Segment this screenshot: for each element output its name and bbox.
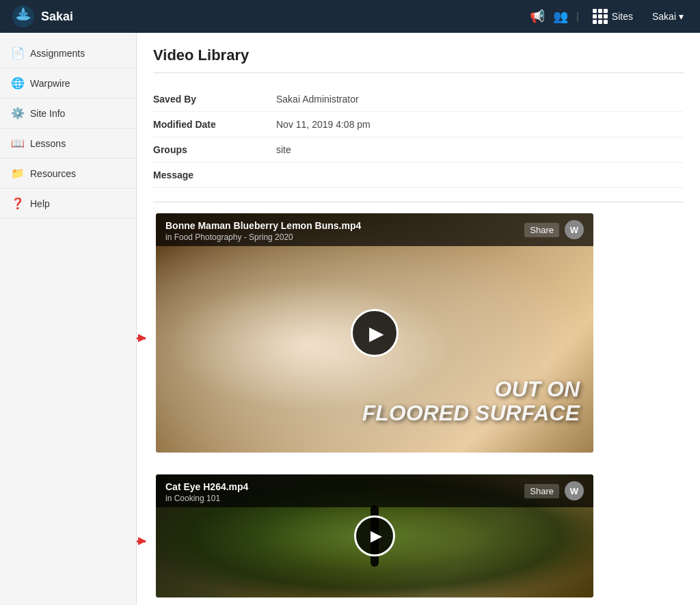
resources-icon: 📁 bbox=[11, 167, 23, 180]
sidebar-item-site-info[interactable]: ⚙️ Site Info bbox=[0, 98, 136, 129]
video-2-play-button[interactable]: ▶ bbox=[354, 515, 395, 556]
assignments-icon: 📄 bbox=[11, 46, 23, 59]
arrowhead-1 bbox=[138, 334, 146, 342]
play-icon-1: ▶ bbox=[369, 322, 384, 345]
video-library: Bonne Maman Blueberry Lemon Buns.mp4 in … bbox=[153, 213, 684, 605]
video-1-thumbnail[interactable]: OUT ON FLOORED SURFACE ▶ bbox=[156, 213, 593, 453]
sidebar-item-warpwire[interactable]: 🌐 Warpwire bbox=[0, 68, 136, 98]
flour-text-overlay: OUT ON FLOORED SURFACE bbox=[362, 377, 580, 425]
message-row: Message bbox=[153, 163, 684, 188]
sakai-logo[interactable]: Sakai bbox=[11, 4, 73, 29]
nav-divider: | bbox=[576, 11, 579, 22]
help-icon: ❓ bbox=[11, 197, 23, 210]
arrow-annotation-2 bbox=[137, 541, 146, 543]
video-1-title-block: Bonne Maman Blueberry Lemon Buns.mp4 in … bbox=[165, 220, 361, 242]
top-nav-right: 📢 👥 | Sites Sakai ▾ bbox=[530, 6, 689, 27]
video-1-actions: Share W bbox=[524, 220, 584, 239]
video-1-badge: W bbox=[565, 220, 584, 239]
user-menu-button[interactable]: Sakai ▾ bbox=[647, 8, 689, 25]
video-1-share-button[interactable]: Share bbox=[524, 223, 559, 237]
arrow-line-2 bbox=[137, 541, 146, 543]
megaphone-icon[interactable]: 📢 bbox=[530, 9, 545, 24]
saved-by-label: Saved By bbox=[153, 87, 276, 112]
groups-value: site bbox=[276, 137, 684, 163]
sidebar: 📄 Assignments 🌐 Warpwire ⚙️ Site Info 📖 … bbox=[0, 33, 137, 605]
top-navigation: Sakai 📢 👥 | Sites Sakai ▾ bbox=[0, 0, 700, 33]
arrowhead-2 bbox=[138, 537, 146, 546]
sites-button[interactable]: Sites bbox=[587, 6, 638, 27]
modified-date-label: Modified Date bbox=[153, 112, 276, 137]
main-layout: 📄 Assignments 🌐 Warpwire ⚙️ Site Info 📖 … bbox=[0, 33, 700, 605]
video-card-2[interactable]: Cat Eye H264.mp4 in Cooking 101 Share W bbox=[156, 474, 593, 597]
video-2-title-block: Cat Eye H264.mp4 in Cooking 101 bbox=[165, 481, 248, 503]
sidebar-item-resources[interactable]: 📁 Resources bbox=[0, 159, 136, 189]
grid-icon bbox=[593, 9, 608, 24]
site-info-icon: ⚙️ bbox=[11, 107, 23, 120]
content-area: Video Library Saved By Sakai Administrat… bbox=[137, 33, 700, 605]
video-2-subtitle: in Cooking 101 bbox=[165, 494, 248, 503]
play-icon-2: ▶ bbox=[371, 527, 382, 545]
video-1-subtitle: in Food Photography - Spring 2020 bbox=[165, 232, 361, 242]
video-1-header: Bonne Maman Blueberry Lemon Buns.mp4 in … bbox=[156, 213, 593, 246]
video-2-header: Cat Eye H264.mp4 in Cooking 101 Share W bbox=[156, 474, 593, 507]
warpwire-icon: 🌐 bbox=[11, 77, 23, 90]
groups-row: Groups site bbox=[153, 137, 684, 163]
modified-date-row: Modified Date Nov 11, 2019 4:08 pm bbox=[153, 112, 684, 137]
saved-by-value: Sakai Administrator bbox=[276, 87, 684, 112]
video-1-play-button[interactable]: ▶ bbox=[351, 309, 399, 357]
metadata-table: Saved By Sakai Administrator Modified Da… bbox=[153, 87, 684, 188]
video-card-1[interactable]: Bonne Maman Blueberry Lemon Buns.mp4 in … bbox=[156, 213, 593, 453]
video-2-badge: W bbox=[565, 481, 584, 500]
modified-date-value: Nov 11, 2019 4:08 pm bbox=[276, 112, 684, 137]
groups-label: Groups bbox=[153, 137, 276, 163]
video-2-title: Cat Eye H264.mp4 bbox=[165, 481, 248, 492]
lessons-icon: 📖 bbox=[11, 137, 23, 150]
page-title: Video Library bbox=[153, 46, 684, 73]
chevron-down-icon: ▾ bbox=[679, 11, 684, 22]
users-icon[interactable]: 👥 bbox=[553, 9, 568, 24]
sidebar-item-assignments[interactable]: 📄 Assignments bbox=[0, 38, 136, 68]
video-2-actions: Share W bbox=[524, 481, 584, 500]
logo-icon bbox=[11, 4, 36, 29]
arrow-annotation-1 bbox=[137, 338, 146, 340]
section-divider bbox=[153, 202, 684, 202]
message-value bbox=[276, 163, 684, 188]
saved-by-row: Saved By Sakai Administrator bbox=[153, 87, 684, 112]
sidebar-item-lessons[interactable]: 📖 Lessons bbox=[0, 129, 136, 159]
message-label: Message bbox=[153, 163, 276, 188]
video-1-title: Bonne Maman Blueberry Lemon Buns.mp4 bbox=[165, 220, 361, 231]
video-2-share-button[interactable]: Share bbox=[524, 484, 559, 498]
video-1-wrapper: Bonne Maman Blueberry Lemon Buns.mp4 in … bbox=[156, 213, 681, 463]
arrow-line-1 bbox=[137, 338, 146, 340]
sidebar-item-help[interactable]: ❓ Help bbox=[0, 189, 136, 219]
video-2-wrapper: Cat Eye H264.mp4 in Cooking 101 Share W bbox=[156, 474, 681, 605]
